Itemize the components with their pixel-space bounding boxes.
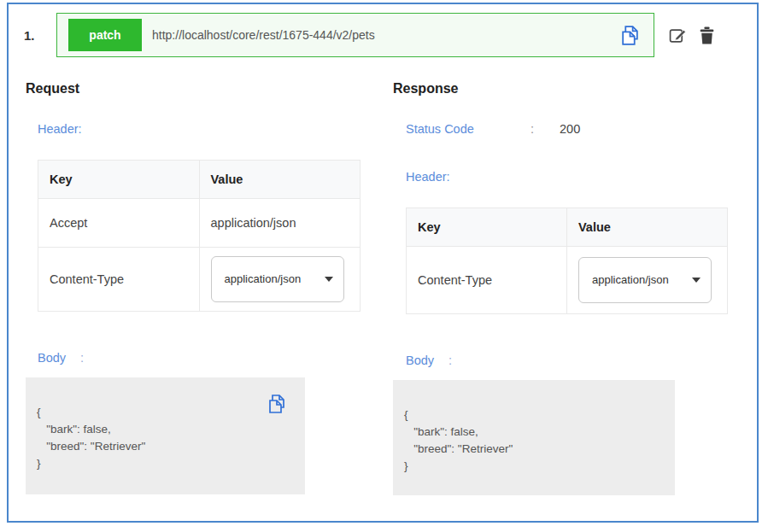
dropdown-value: application/json	[592, 273, 676, 288]
edit-icon[interactable]	[669, 26, 687, 44]
request-body-json: { "bark": false, "breed": "Retriever" }	[26, 377, 305, 472]
request-headers-table: Key Value Accept application/json Conten…	[38, 160, 361, 312]
header-value-cell: application/json	[199, 248, 361, 312]
response-body-box: { "bark": false, "breed": "Retriever" }	[393, 380, 675, 495]
value-column-header: Value	[567, 208, 728, 247]
content-type-dropdown[interactable]: application/json	[578, 257, 712, 303]
request-summary-row: 1. patch http://localhost/core/rest/1675…	[17, 13, 757, 57]
body-label-colon: :	[80, 351, 84, 365]
request-url: http://localhost/core/rest/1675-444/v2/p…	[152, 28, 620, 42]
request-section: Request Header: Key Value Accept applica…	[9, 81, 393, 495]
response-headers-table: Key Value Content-Type application/json	[406, 208, 728, 314]
status-code-label: Status Code	[406, 122, 507, 136]
response-header-label: Header:	[406, 170, 757, 184]
page: 1. patch http://localhost/core/rest/1675…	[0, 0, 768, 532]
status-code-value: 200	[560, 122, 580, 136]
copy-body-icon[interactable]	[267, 394, 286, 414]
dropdown-value: application/json	[225, 272, 308, 287]
card-actions	[669, 26, 714, 44]
response-section: Response Status Code : 200 Header: Key V…	[393, 81, 757, 495]
content-type-dropdown[interactable]: application/json	[211, 256, 344, 302]
request-title: Request	[26, 81, 393, 96]
key-column-header: Key	[38, 161, 200, 199]
request-index: 1.	[17, 28, 56, 43]
header-key-cell: Accept	[38, 199, 200, 248]
request-header-label: Header:	[38, 122, 393, 136]
value-column-header: Value	[199, 161, 361, 199]
copy-url-icon[interactable]	[620, 25, 640, 46]
table-row: Accept application/json	[38, 199, 361, 248]
status-code-colon: :	[531, 122, 534, 136]
status-code-row: Status Code : 200	[406, 122, 757, 136]
response-body-label-row: Body:	[406, 354, 757, 367]
table-header-row: Key Value	[38, 161, 361, 199]
table-row: Content-Type application/json	[407, 247, 728, 314]
chevron-down-icon	[692, 278, 701, 283]
url-bar: patch http://localhost/core/rest/1675-44…	[56, 13, 654, 57]
key-column-header: Key	[407, 208, 567, 247]
body-label: Body	[38, 351, 66, 365]
response-body-json: { "bark": false, "breed": "Retriever" }	[393, 380, 675, 475]
chevron-down-icon	[325, 277, 333, 282]
header-key-cell: Content-Type	[407, 247, 567, 314]
header-value-cell: application/json	[567, 247, 728, 314]
request-body-box: { "bark": false, "breed": "Retriever" }	[26, 377, 305, 494]
response-title: Response	[393, 81, 757, 96]
request-body-label-row: Body:	[38, 351, 393, 365]
trash-icon[interactable]	[700, 26, 714, 44]
header-key-cell: Content-Type	[38, 248, 200, 312]
table-row: Content-Type application/json	[38, 248, 361, 312]
body-label-colon: :	[448, 354, 452, 367]
method-button[interactable]: patch	[68, 19, 142, 51]
header-value-cell: application/json	[199, 199, 361, 248]
body-label: Body	[406, 354, 434, 367]
api-call-card: 1. patch http://localhost/core/rest/1675…	[7, 3, 759, 523]
request-response-columns: Request Header: Key Value Accept applica…	[9, 81, 757, 495]
table-header-row: Key Value	[407, 208, 728, 247]
